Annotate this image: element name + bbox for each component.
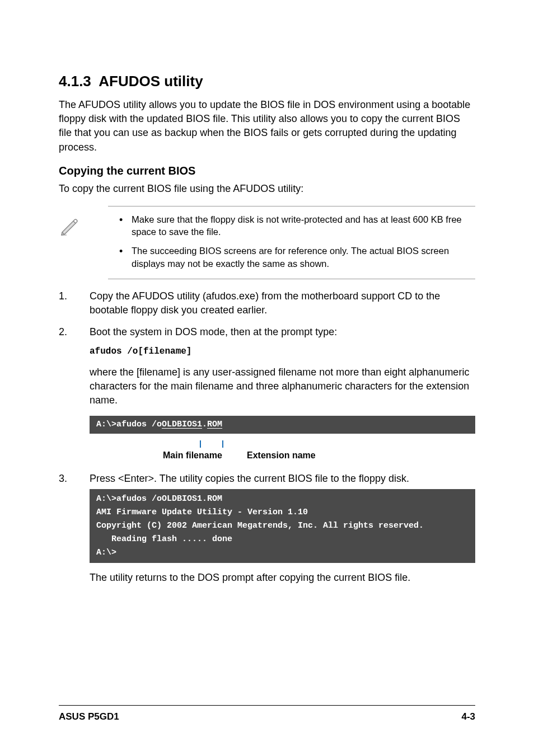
- command-text: afudos /o[filename]: [90, 345, 475, 358]
- subsection-title: Copying the current BIOS: [59, 165, 475, 177]
- footer-left: ASUS P5GD1: [59, 711, 119, 722]
- pointer-line-icon: [200, 440, 201, 448]
- note-item: The succeeding BIOS screens are for refe…: [108, 245, 475, 270]
- terminal-line: A:\>: [96, 546, 469, 560]
- intro-paragraph: The AFUDOS utility allows you to update …: [59, 98, 475, 154]
- section-title: 4.1.3 AFUDOS utility: [59, 73, 475, 90]
- label-extension-name: Extension name: [247, 449, 316, 462]
- terminal-line: Reading flash ..... done: [96, 533, 469, 546]
- step-3: Press <Enter>. The utility copies the cu…: [59, 472, 475, 585]
- step-text: Press <Enter>. The utility copies the cu…: [90, 473, 409, 484]
- step-text: Boot the system in DOS mode, then at the…: [90, 326, 337, 337]
- page-footer: ASUS P5GD1 4-3: [59, 705, 475, 722]
- label-main-filename: Main filename: [163, 449, 222, 462]
- pencil-icon: [58, 213, 81, 239]
- terminal-line: Copyright (C) 2002 American Megatrends, …: [96, 519, 469, 533]
- terminal-output-2: A:\>afudos /oOLDBIOS1.ROM AMI Firmware U…: [90, 489, 475, 563]
- note-box: Make sure that the floppy disk is not wr…: [108, 206, 475, 279]
- terminal-prefix: A:\>afudos /o: [96, 420, 162, 429]
- step-text: Copy the AFUDOS utility (afudos.exe) fro…: [90, 290, 440, 316]
- pointer-line-icon: [222, 440, 223, 448]
- section-title-text: AFUDOS utility: [99, 73, 203, 90]
- note-list: Make sure that the floppy disk is not wr…: [108, 213, 475, 270]
- step-1: Copy the AFUDOS utility (afudos.exe) fro…: [59, 289, 475, 317]
- step-paragraph: The utility returns to the DOS prompt af…: [90, 571, 475, 585]
- filename-labels: Main filename Extension name: [90, 442, 475, 462]
- subsection-lead: To copy the current BIOS file using the …: [59, 182, 475, 196]
- terminal-extension: ROM: [207, 420, 222, 429]
- note-item: Make sure that the floppy disk is not wr…: [108, 213, 475, 238]
- steps-list: Copy the AFUDOS utility (afudos.exe) fro…: [59, 289, 475, 585]
- terminal-line: AMI Firmware Update Utility - Version 1.…: [96, 506, 469, 519]
- terminal-line: A:\>afudos /oOLDBIOS1.ROM: [96, 492, 469, 506]
- step-2: Boot the system in DOS mode, then at the…: [59, 325, 475, 461]
- terminal-output-1: A:\>afudos /oOLDBIOS1.ROM: [90, 416, 475, 434]
- section-number: 4.1.3: [59, 73, 91, 90]
- footer-right: 4-3: [461, 711, 475, 722]
- terminal-main-filename: OLDBIOS1: [162, 420, 202, 429]
- terminal-dot: .: [202, 420, 207, 429]
- step-paragraph: where the [filename] is any user-assigne…: [90, 365, 475, 408]
